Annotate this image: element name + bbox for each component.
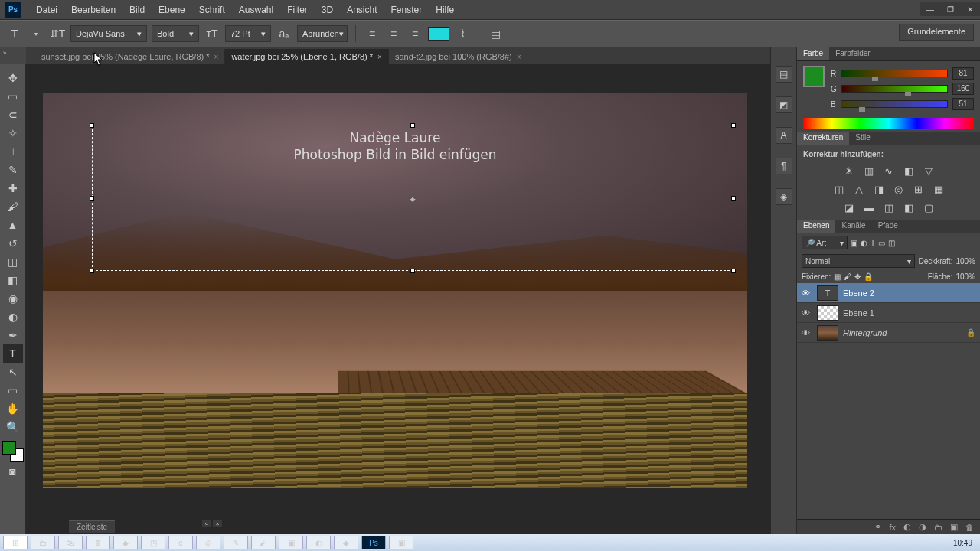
window-close-icon[interactable]: ✕ (960, 2, 980, 16)
menu-hilfe[interactable]: Hilfe (429, 5, 461, 15)
shape-tool-icon[interactable]: ▭ (3, 381, 23, 399)
workspace-switcher[interactable]: Grundelemente (899, 24, 974, 41)
opacity-value[interactable]: 100% (956, 257, 975, 266)
warp-text-icon[interactable]: ⌇ (454, 25, 471, 42)
history-panel-icon[interactable]: ▤ (776, 66, 792, 83)
layer-name[interactable]: Ebene 2 (843, 289, 975, 298)
lock-pixels-icon[interactable]: 🖌 (844, 272, 851, 281)
brush-tool-icon[interactable]: 🖌 (3, 197, 23, 216)
adjustment-layer-icon[interactable]: ◑ (919, 522, 926, 532)
filter-type-icon[interactable]: T (871, 239, 875, 247)
quickmask-icon[interactable]: ◙ (3, 462, 23, 481)
channel-b-slider[interactable] (841, 100, 948, 108)
taskbar-app-icon[interactable]: ◳ (141, 536, 165, 549)
adj-vibrance-icon[interactable]: ▽ (922, 165, 936, 177)
visibility-icon[interactable]: 👁 (802, 289, 812, 298)
link-layers-icon[interactable]: ⚭ (874, 522, 881, 532)
antialias-select[interactable]: Abrunden▾ (297, 25, 348, 42)
canvas-area[interactable]: Nadège Laure Photoshop Bild in Bild einf… (26, 64, 796, 534)
adj-photo-icon[interactable]: ◎ (892, 183, 906, 195)
menu-schrift[interactable]: Schrift (192, 5, 232, 15)
layer-row-2[interactable]: 👁 Hintergrund 🔒 (797, 323, 980, 343)
blend-mode-select[interactable]: Normal▾ (802, 254, 915, 268)
taskbar-store-icon[interactable]: 🛍 (58, 536, 83, 549)
taskbar-app-icon[interactable]: ◆ (334, 536, 358, 549)
adj-selective-icon[interactable]: ▢ (922, 201, 936, 214)
menu-filter[interactable]: Filter (280, 5, 315, 15)
text-tool-icon[interactable]: T (6, 25, 23, 42)
transform-handle[interactable] (731, 196, 736, 201)
adj-levels-icon[interactable]: ▥ (862, 165, 876, 177)
3d-panel-icon[interactable]: ◈ (776, 188, 792, 205)
transform-handle[interactable] (90, 196, 94, 201)
eyedropper-tool-icon[interactable]: ✎ (3, 161, 23, 179)
tab-kanaele[interactable]: Kanäle (835, 220, 871, 233)
stamp-tool-icon[interactable]: ▲ (3, 216, 23, 234)
delete-layer-icon[interactable]: 🗑 (965, 523, 974, 532)
filter-shape-icon[interactable]: ▭ (878, 239, 885, 247)
visibility-icon[interactable]: 👁 (802, 328, 812, 337)
history-brush-icon[interactable]: ↺ (3, 234, 23, 253)
transform-handle[interactable] (410, 269, 415, 273)
tab-farbfelder[interactable]: Farbfelder (829, 47, 877, 60)
lock-transparency-icon[interactable]: ▦ (834, 272, 841, 281)
layer-filter-select[interactable]: 🔎 Art▾ (802, 236, 848, 249)
menu-ebene[interactable]: Ebene (152, 5, 192, 15)
filter-image-icon[interactable]: ▣ (851, 239, 858, 247)
adj-bw-icon[interactable]: ◨ (872, 183, 886, 195)
start-button[interactable]: ⊞ (3, 536, 28, 549)
panel-collapse-icon[interactable]: « (202, 520, 211, 527)
dodge-tool-icon[interactable]: ◐ (3, 308, 23, 326)
font-family-select[interactable]: DejaVu Sans▾ (70, 25, 147, 42)
transform-handle[interactable] (90, 123, 94, 128)
window-restore-icon[interactable]: ❐ (940, 2, 960, 16)
doc-tab-1[interactable]: water.jpg bei 25% (Ebene 1, RGB/8) *× (225, 49, 389, 64)
layer-name[interactable]: Ebene 1 (843, 308, 975, 318)
adj-colorbal-icon[interactable]: △ (852, 183, 866, 195)
channel-g-slider[interactable] (841, 85, 948, 93)
fg-bg-colors[interactable] (2, 441, 24, 462)
text-color-swatch[interactable] (428, 27, 449, 41)
lock-position-icon[interactable]: ✥ (854, 272, 861, 281)
transform-anchor-icon[interactable]: ✦ (409, 194, 416, 202)
fill-value[interactable]: 100% (956, 272, 975, 281)
heal-tool-icon[interactable]: ✚ (3, 179, 23, 197)
window-minimize-icon[interactable]: — (920, 2, 940, 16)
menu-auswahl[interactable]: Auswahl (232, 5, 280, 15)
new-layer-icon[interactable]: ▣ (950, 522, 958, 532)
tab-farbe[interactable]: Farbe (797, 47, 829, 60)
layer-name[interactable]: Hintergrund (843, 328, 962, 337)
taskbar-ie-icon[interactable]: e (168, 536, 193, 549)
path-select-icon[interactable]: ↖ (3, 363, 23, 381)
timeline-panel-tab[interactable]: Zeitleiste (69, 520, 115, 533)
taskbar-app-icon[interactable]: ◐ (306, 536, 331, 549)
channel-r-slider[interactable] (841, 70, 948, 77)
adj-brightness-icon[interactable]: ☀ (842, 165, 856, 177)
lasso-tool-icon[interactable]: ⊂ (3, 106, 23, 124)
doc-tab-0[interactable]: sunset.jpg bei 25% (Nadège Laure, RGB/8)… (35, 49, 225, 64)
paragraph-panel-icon[interactable]: ¶ (776, 158, 792, 174)
marquee-tool-icon[interactable]: ▭ (3, 87, 23, 106)
expand-tools-icon[interactable]: » (0, 49, 9, 60)
transform-handle[interactable] (731, 269, 736, 273)
tab-stile[interactable]: Stile (849, 132, 876, 145)
menu-3d[interactable]: 3D (315, 5, 340, 15)
filter-adjust-icon[interactable]: ◐ (861, 239, 867, 247)
properties-panel-icon[interactable]: ◩ (776, 96, 792, 113)
tab-pfade[interactable]: Pfade (872, 220, 904, 233)
adj-lookup-icon[interactable]: ▦ (932, 183, 946, 195)
menu-datei[interactable]: Datei (29, 5, 64, 15)
hand-tool-icon[interactable]: ✋ (3, 399, 23, 418)
gradient-tool-icon[interactable]: ◧ (3, 271, 23, 289)
transform-handle[interactable] (731, 123, 736, 128)
panel-close-icon[interactable]: × (213, 520, 222, 527)
taskbar-explorer-icon[interactable]: 🗀 (31, 536, 55, 549)
channel-r-value[interactable]: 81 (952, 67, 974, 80)
crop-tool-icon[interactable]: ⟂ (3, 142, 23, 161)
blur-tool-icon[interactable]: ◉ (3, 289, 23, 308)
close-icon[interactable]: × (517, 53, 521, 61)
taskbar-app-icon[interactable]: ✎ (224, 536, 248, 549)
adj-poster-icon[interactable]: ▬ (862, 201, 876, 214)
taskbar-doc-icon[interactable]: 🗎 (86, 536, 110, 549)
character-panel-icon[interactable]: A (776, 127, 792, 144)
